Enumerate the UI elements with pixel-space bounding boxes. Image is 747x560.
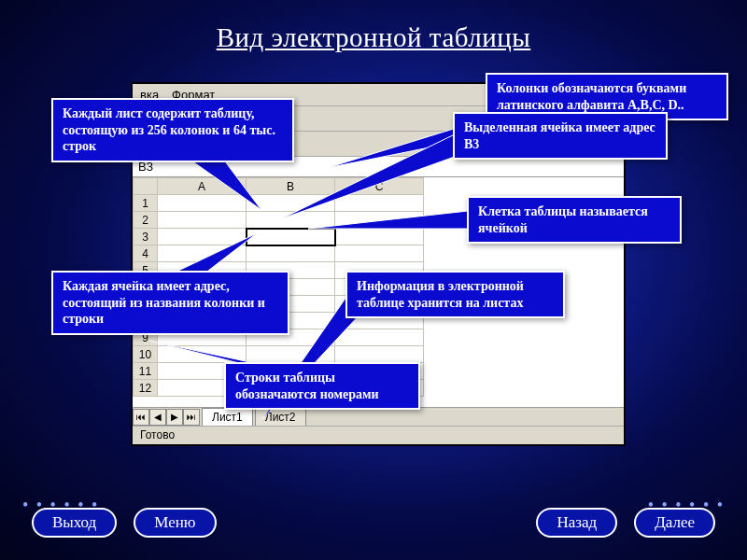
cell[interactable] xyxy=(247,212,335,229)
callout-cell-name: Клетка таблицы называется ячейкой xyxy=(467,196,682,244)
next-sheet-icon[interactable]: ▶ xyxy=(166,409,183,426)
last-sheet-icon[interactable]: ⏭ xyxy=(183,409,200,426)
callout-sheets-info: Каждый лист содержит таблицу, состоящую … xyxy=(51,98,294,162)
cell[interactable] xyxy=(335,195,424,212)
row-header[interactable]: 2 xyxy=(134,212,158,229)
cell[interactable] xyxy=(247,346,335,363)
callout-selected-cell: Выделенная ячейка имеет адрес B3 xyxy=(453,112,668,160)
cell[interactable] xyxy=(158,195,247,212)
select-all-corner[interactable] xyxy=(134,178,158,195)
menu-button[interactable]: Меню xyxy=(134,508,216,538)
cell[interactable] xyxy=(247,245,335,262)
callout-sheets-storage: Информация в электронной таблице хранитс… xyxy=(345,271,565,318)
cell[interactable] xyxy=(335,212,424,229)
sheet-tab[interactable]: Лист2 xyxy=(255,408,306,426)
row-header[interactable]: 10 xyxy=(134,346,158,363)
row-header[interactable]: 11 xyxy=(134,363,158,380)
col-header[interactable]: B xyxy=(247,178,335,195)
col-header[interactable]: A xyxy=(158,178,247,195)
status-bar: Готово xyxy=(133,426,624,444)
active-cell[interactable] xyxy=(247,229,335,245)
nav-bar: Выход Меню Назад Далее xyxy=(0,508,747,538)
callout-row-numbers: Строки таблицы обозначаются номерами xyxy=(224,362,420,410)
cell[interactable] xyxy=(158,212,247,229)
first-sheet-icon[interactable]: ⏮ xyxy=(133,409,149,426)
page-title: Вид электронной таблицы xyxy=(0,0,747,53)
callout-cell-address: Каждая ячейка имеет адрес, состоящий из … xyxy=(51,271,289,335)
sheet-tabs-bar: ⏮ ◀ ▶ ⏭ Лист1 Лист2 xyxy=(133,407,624,426)
row-header[interactable]: 1 xyxy=(134,195,158,212)
cell[interactable] xyxy=(247,195,335,212)
cell[interactable] xyxy=(335,229,424,245)
cell[interactable] xyxy=(335,245,424,262)
cell[interactable] xyxy=(158,245,247,262)
back-button[interactable]: Назад xyxy=(536,508,617,538)
row-header[interactable]: 4 xyxy=(134,245,158,262)
next-button[interactable]: Далее xyxy=(634,508,715,538)
row-header[interactable]: 3 xyxy=(134,229,158,245)
col-header[interactable]: C xyxy=(335,178,424,195)
cell[interactable] xyxy=(158,346,247,363)
cell[interactable] xyxy=(335,329,424,346)
row-header[interactable]: 12 xyxy=(134,380,158,397)
cell[interactable] xyxy=(335,346,424,363)
prev-sheet-icon[interactable]: ◀ xyxy=(149,409,166,426)
sheet-tab-active[interactable]: Лист1 xyxy=(202,408,253,426)
exit-button[interactable]: Выход xyxy=(32,508,117,538)
cell[interactable] xyxy=(158,229,247,245)
